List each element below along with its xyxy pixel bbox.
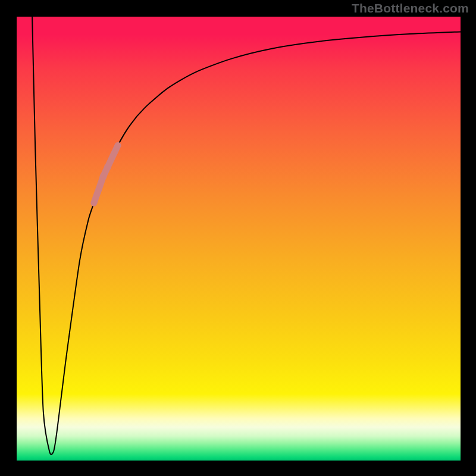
plot-area [17,17,461,461]
highlight-dot [100,173,107,180]
chart-stage: TheBottleneck.com [0,0,476,476]
attribution-label: TheBottleneck.com [352,1,469,15]
curve-layer [17,17,461,461]
bottleneck-curve [32,17,461,455]
highlight-dot [104,164,111,171]
